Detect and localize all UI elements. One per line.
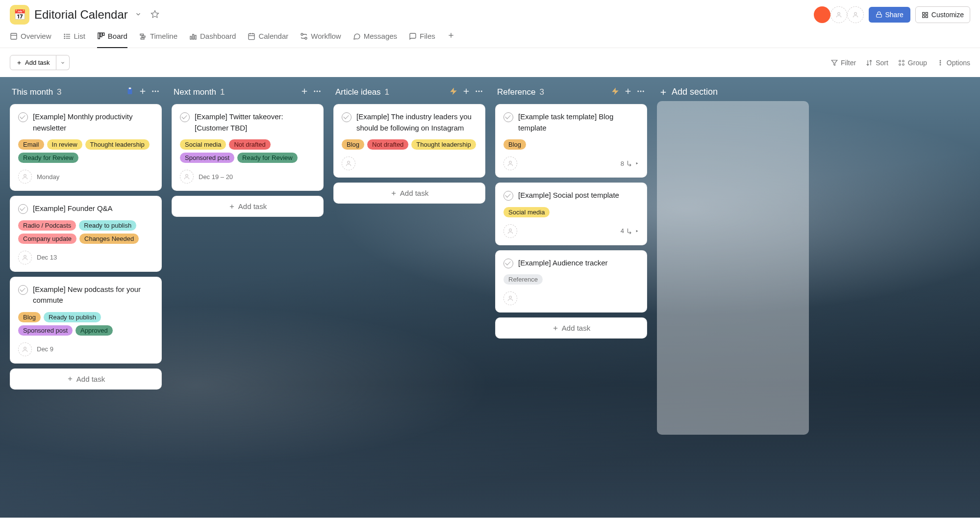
column-add-task-button[interactable]: Add task [10, 368, 162, 390]
member-avatars[interactable] [814, 6, 864, 23]
add-task-button[interactable]: Add task [10, 55, 56, 70]
task-card[interactable]: [Example] Monthly productivity newslette… [10, 104, 162, 191]
column-title[interactable]: This month [12, 87, 53, 97]
column-more-icon[interactable] [636, 87, 645, 97]
assignee-placeholder[interactable] [180, 170, 194, 183]
column-more-icon[interactable] [475, 87, 483, 97]
assignee-placeholder[interactable] [18, 251, 32, 264]
task-tag[interactable]: Ready to publish [79, 220, 136, 231]
task-title[interactable]: [Example] Founder Q&A [33, 203, 113, 214]
task-tag[interactable]: Thought leadership [85, 139, 150, 150]
due-date[interactable]: Dec 19 – 20 [199, 173, 233, 181]
task-card[interactable]: [Example] Social post template Social me… [495, 183, 647, 245]
task-card[interactable]: [Example] The industry leaders you shoul… [333, 104, 485, 178]
add-tab-button[interactable] [447, 31, 455, 48]
task-tag[interactable]: Not drafted [367, 139, 408, 150]
add-member-icon[interactable] [847, 6, 864, 23]
complete-checkbox[interactable] [18, 112, 28, 122]
task-card[interactable]: [Example] Twitter takeover: [Customer TB… [172, 104, 324, 191]
sort-button[interactable]: Sort [866, 59, 888, 67]
tab-dashboard[interactable]: Dashboard [189, 32, 236, 47]
task-tag[interactable]: Social media [503, 207, 550, 217]
task-tag[interactable]: Changes Needed [79, 234, 139, 244]
due-date[interactable]: Dec 9 [37, 345, 53, 353]
task-title[interactable]: [Example] Monthly productivity newslette… [33, 111, 153, 133]
task-tag[interactable]: Not drafted [229, 139, 270, 150]
rule-icon[interactable] [126, 87, 134, 97]
add-member-icon[interactable] [830, 6, 847, 23]
column-title[interactable]: Reference [497, 87, 535, 97]
rule-icon[interactable] [611, 87, 620, 97]
assignee-placeholder[interactable] [342, 157, 355, 170]
task-tag[interactable]: Thought leadership [411, 139, 476, 150]
subtask-count[interactable]: 8 [621, 160, 639, 167]
complete-checkbox[interactable] [18, 204, 28, 214]
tab-workflow[interactable]: Workflow [300, 32, 341, 47]
star-icon[interactable] [149, 8, 161, 22]
task-tag[interactable]: Ready for Review [237, 153, 298, 163]
task-title[interactable]: [Example task template] Blog template [518, 111, 639, 133]
add-section-placeholder[interactable] [657, 101, 809, 435]
task-card[interactable]: [Example] Founder Q&A Radio / PodcastsRe… [10, 196, 162, 272]
task-card[interactable]: [Example task template] Blog template Bl… [495, 104, 647, 178]
share-button[interactable]: Share [869, 7, 910, 23]
column-more-icon[interactable] [313, 87, 322, 97]
tab-timeline[interactable]: Timeline [139, 32, 177, 47]
task-tag[interactable]: Email [18, 139, 44, 150]
assignee-placeholder[interactable] [503, 291, 517, 305]
task-tag[interactable]: Social media [180, 139, 226, 150]
due-date[interactable]: Dec 13 [37, 254, 57, 261]
task-tag[interactable]: Approved [75, 325, 113, 336]
task-card[interactable]: [Example] New podcasts for your commute … [10, 277, 162, 364]
task-tag[interactable]: Blog [18, 312, 41, 322]
task-title[interactable]: [Example] New podcasts for your commute [33, 284, 153, 306]
task-tag[interactable]: Company update [18, 234, 76, 244]
add-section-button[interactable]: Add section [657, 83, 809, 101]
tab-board[interactable]: Board [97, 32, 127, 48]
column-title[interactable]: Next month [174, 87, 216, 97]
assignee-placeholder[interactable] [503, 224, 517, 238]
add-card-icon[interactable] [138, 87, 147, 97]
task-tag[interactable]: Reference [503, 274, 543, 285]
due-date[interactable]: Monday [37, 173, 59, 181]
column-add-task-button[interactable]: Add task [495, 317, 647, 339]
task-title[interactable]: [Example] Twitter takeover: [Customer TB… [195, 111, 315, 133]
add-card-icon[interactable] [624, 87, 632, 97]
options-button[interactable]: Options [937, 59, 970, 67]
column-add-task-button[interactable]: Add task [333, 183, 485, 204]
add-card-icon[interactable] [300, 87, 309, 97]
complete-checkbox[interactable] [503, 191, 513, 201]
complete-checkbox[interactable] [180, 112, 190, 122]
subtask-count[interactable]: 4 [621, 227, 639, 235]
add-task-dropdown[interactable] [56, 55, 70, 70]
complete-checkbox[interactable] [503, 259, 513, 268]
complete-checkbox[interactable] [342, 112, 352, 122]
column-title[interactable]: Article ideas [335, 87, 381, 97]
assignee-placeholder[interactable] [18, 170, 32, 183]
column-add-task-button[interactable]: Add task [172, 196, 324, 217]
task-tag[interactable]: Blog [342, 139, 364, 150]
assignee-placeholder[interactable] [503, 157, 517, 170]
rule-icon[interactable] [449, 87, 458, 97]
project-icon[interactable]: 📅 [10, 5, 29, 25]
chevron-down-icon[interactable] [133, 9, 144, 21]
tab-list[interactable]: List [63, 32, 85, 47]
group-button[interactable]: Group [898, 59, 927, 67]
complete-checkbox[interactable] [503, 112, 513, 122]
task-tag[interactable]: Radio / Podcasts [18, 220, 76, 231]
tab-calendar[interactable]: Calendar [248, 32, 288, 47]
tab-files[interactable]: Files [409, 32, 435, 47]
assignee-placeholder[interactable] [18, 342, 32, 356]
task-title[interactable]: [Example] Audience tracker [518, 258, 608, 269]
task-tag[interactable]: Ready to publish [44, 312, 101, 322]
task-tag[interactable]: Blog [503, 139, 526, 150]
task-title[interactable]: [Example] Social post template [518, 190, 619, 201]
task-tag[interactable]: Sponsored post [18, 325, 73, 336]
task-tag[interactable]: Ready for Review [18, 153, 78, 163]
task-tag[interactable]: Sponsored post [180, 153, 234, 163]
add-card-icon[interactable] [462, 87, 471, 97]
avatar[interactable] [814, 6, 830, 23]
customize-button[interactable]: Customize [915, 6, 970, 23]
task-tag[interactable]: In review [47, 139, 82, 150]
column-more-icon[interactable] [151, 87, 160, 97]
